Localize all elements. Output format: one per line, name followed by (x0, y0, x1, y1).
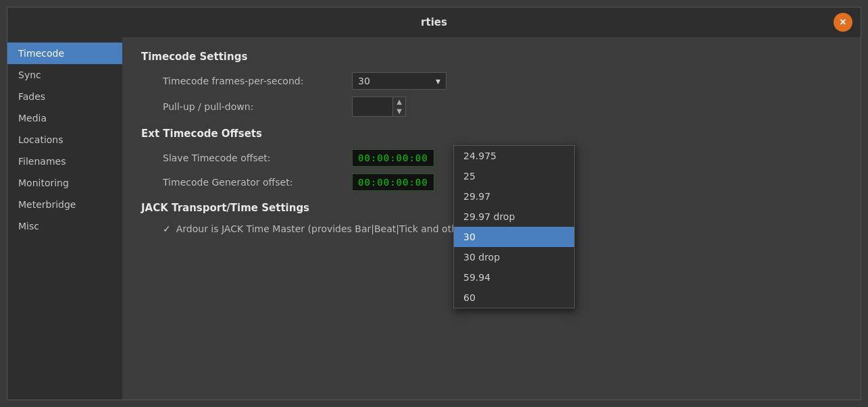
fps-row: Timecode frames-per-second: 30 ▾ (141, 72, 842, 90)
fps-selected-value: 30 (358, 76, 370, 86)
pullup-row: Pull-up / pull-down: ▲ ▼ (141, 97, 842, 117)
fps-option-5994[interactable]: 59.94 (454, 267, 574, 288)
dialog-overlay: rties × Timecode Sync Fades Media Locati… (0, 0, 868, 407)
spinner-arrows: ▲ ▼ (392, 97, 405, 116)
spinner-up[interactable]: ▲ (393, 97, 405, 107)
dialog-body: Timecode Sync Fades Media Locations File… (7, 37, 861, 400)
pullup-label: Pull-up / pull-down: (163, 101, 352, 112)
sidebar-item-misc[interactable]: Misc (7, 215, 122, 237)
fps-option-30drop[interactable]: 30 drop (454, 247, 574, 267)
pullup-control: ▲ ▼ (352, 97, 406, 117)
fps-dropdown[interactable]: 30 ▾ (352, 72, 446, 90)
fps-option-60[interactable]: 60 (454, 288, 574, 308)
dialog: rties × Timecode Sync Fades Media Locati… (7, 7, 861, 400)
sidebar-item-media[interactable]: Media (7, 107, 122, 129)
dropdown-arrow-icon: ▾ (436, 76, 440, 86)
main-content: Timecode Settings Timecode frames-per-se… (122, 37, 861, 400)
sidebar-item-filenames[interactable]: Filenames (7, 151, 122, 172)
time-master-checkmark: ✓ (163, 223, 171, 234)
generator-timecode-display[interactable]: 00:00:00:00 (352, 173, 434, 191)
pullup-spinner[interactable]: ▲ ▼ (352, 97, 406, 117)
close-button[interactable]: × (834, 13, 852, 32)
dialog-titlebar: rties × (7, 7, 861, 37)
fps-option-2997[interactable]: 29.97 (454, 186, 574, 207)
fps-option-25[interactable]: 25 (454, 166, 574, 186)
slave-timecode-display[interactable]: 00:00:00:00 (352, 149, 434, 167)
fps-option-24975[interactable]: 24.975 (454, 146, 574, 166)
dialog-title: rties (421, 16, 447, 28)
fps-control: 30 ▾ (352, 72, 446, 90)
sidebar-item-fades[interactable]: Fades (7, 86, 122, 107)
slave-offset-control: 00:00:00:00 (352, 149, 434, 167)
timecode-settings-title: Timecode Settings (141, 51, 842, 63)
pullup-value (353, 104, 392, 109)
slave-offset-label: Slave Timecode offset: (163, 153, 352, 163)
generator-offset-label: Timecode Generator offset: (163, 177, 352, 188)
sidebar: Timecode Sync Fades Media Locations File… (7, 37, 122, 400)
sidebar-item-sync[interactable]: Sync (7, 64, 122, 86)
sidebar-item-locations[interactable]: Locations (7, 129, 122, 151)
ext-timecode-title: Ext Timecode Offsets (141, 128, 842, 140)
fps-label: Timecode frames-per-second: (163, 76, 352, 86)
fps-option-30[interactable]: 30 (454, 227, 574, 247)
fps-option-2997drop[interactable]: 29.97 drop (454, 207, 574, 227)
sidebar-item-monitoring[interactable]: Monitoring (7, 172, 122, 194)
spinner-down[interactable]: ▼ (393, 107, 405, 116)
sidebar-item-meterbridge[interactable]: Meterbridge (7, 194, 122, 215)
fps-dropdown-popup: 24.975 25 29.97 29.97 drop 30 (453, 145, 575, 308)
sidebar-item-timecode[interactable]: Timecode (7, 43, 122, 64)
generator-offset-control: 00:00:00:00 (352, 173, 434, 191)
